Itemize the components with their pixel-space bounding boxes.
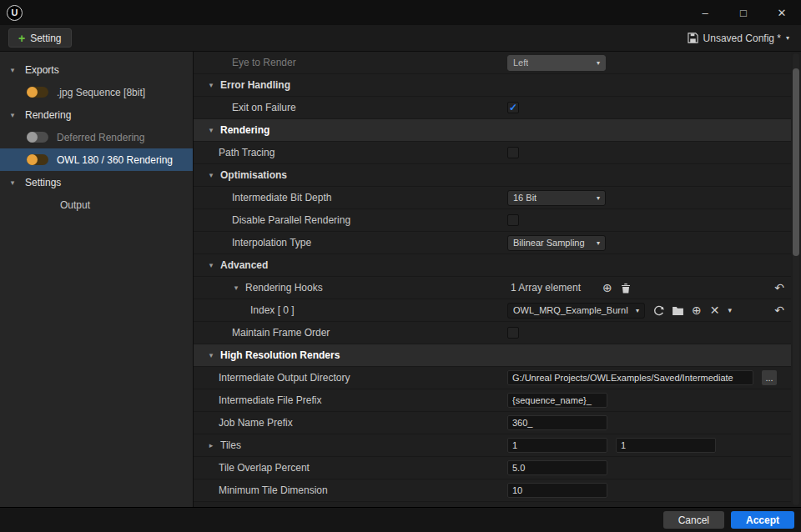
property-row-disable-parallel-rendering: Disable Parallel Rendering ✓: [194, 209, 791, 232]
sidebar-item-output[interactable]: Output: [0, 193, 193, 216]
property-label: Intermediate Bit Depth: [194, 192, 507, 203]
triangle-down-icon[interactable]: ▾: [207, 81, 215, 89]
property-label: ▸ Tiles: [194, 439, 507, 451]
chevron-down-icon: ▾: [597, 59, 600, 67]
reset-to-default-icon[interactable]: ↶: [774, 281, 784, 294]
triangle-down-icon[interactable]: ▾: [8, 66, 17, 74]
intermediate-bit-depth-dropdown[interactable]: 16 Bit ▾: [507, 190, 606, 206]
tiles-y-input[interactable]: [616, 438, 716, 453]
browse-to-asset-icon[interactable]: [673, 306, 683, 315]
add-setting-label: Setting: [30, 33, 61, 44]
category-row-high-resolution-renders[interactable]: ▾ High Resolution Renders: [194, 344, 791, 367]
dialog-footer: Cancel Accept: [0, 507, 801, 532]
property-label: Eye to Render: [194, 57, 507, 68]
scrollbar-thumb[interactable]: [793, 68, 799, 256]
app-window: U – □ ✕ + Setting Unsaved Config * ▾ ▾ E…: [0, 0, 801, 532]
use-selected-asset-icon[interactable]: [653, 305, 664, 316]
sidebar-group-settings[interactable]: ▾ Settings: [0, 171, 193, 193]
close-button[interactable]: ✕: [763, 0, 801, 25]
property-panel: Eye to Render Left ▾ ▾ Error Handling: [194, 52, 801, 507]
group-row-optimisations[interactable]: ▾ Optimisations: [194, 164, 791, 187]
interpolation-type-dropdown[interactable]: Bilinear Sampling ▾: [507, 235, 606, 251]
triangle-down-icon[interactable]: ▾: [232, 284, 240, 292]
browse-directory-button[interactable]: ...: [762, 370, 777, 385]
tiles-x-input[interactable]: [507, 438, 607, 453]
property-label: Disable Parallel Rendering: [194, 214, 507, 226]
property-label: Path Tracing: [194, 147, 507, 158]
property-row-maintain-frame-order: Maintain Frame Order ✓: [194, 322, 791, 344]
sidebar-item-jpg-sequence[interactable]: .jpg Sequence [8bit]: [0, 81, 193, 103]
group-label: ▾ Optimisations: [194, 169, 507, 181]
exit-on-failure-checkbox[interactable]: ✓: [507, 102, 519, 113]
property-row-intermediate-output-directory: Intermediate Output Directory ...: [194, 367, 791, 389]
maintain-frame-order-checkbox[interactable]: ✓: [507, 327, 519, 339]
property-row-path-tracing: Path Tracing ✓: [194, 142, 791, 164]
reset-to-default-icon[interactable]: ↶: [774, 304, 784, 317]
settings-sidebar: ▾ Exports .jpg Sequence [8bit] ▾ Renderi…: [0, 52, 194, 507]
property-label: ▾ Rendering Hooks: [194, 282, 507, 294]
minimize-button[interactable]: –: [686, 0, 724, 25]
sidebar-item-label: Output: [60, 199, 90, 211]
config-preset-button[interactable]: Unsaved Config * ▾: [688, 33, 793, 44]
property-row-intermediate-bit-depth: Intermediate Bit Depth 16 Bit ▾: [194, 187, 791, 209]
sidebar-group-rendering[interactable]: ▾ Rendering: [0, 103, 193, 126]
property-row-minimum-tile-dimension: Minimum Tile Dimension: [194, 479, 791, 502]
add-element-icon[interactable]: ⊕: [692, 304, 702, 316]
triangle-down-icon[interactable]: ▾: [207, 126, 215, 134]
group-label: ▾ Error Handling: [194, 79, 507, 91]
sidebar-group-label: Exports: [25, 64, 59, 76]
job-name-prefix-input[interactable]: [507, 415, 607, 430]
sidebar-group-label: Rendering: [25, 109, 71, 121]
property-row-eye-to-render: Eye to Render Left ▾: [194, 52, 791, 74]
intermediate-output-directory-input[interactable]: [507, 370, 753, 385]
sidebar-group-exports[interactable]: ▾ Exports: [0, 58, 193, 81]
unreal-logo-icon: U: [7, 5, 23, 21]
cancel-button[interactable]: Cancel: [663, 511, 724, 529]
vertical-scrollbar[interactable]: [793, 53, 799, 505]
sidebar-item-deferred-rendering[interactable]: Deferred Rendering: [0, 126, 193, 148]
category-label: ▾ High Resolution Renders: [194, 349, 507, 361]
property-row-interpolation-type: Interpolation Type Bilinear Sampling ▾: [194, 232, 791, 254]
owl-360-rendering-toggle[interactable]: [27, 154, 48, 165]
triangle-down-icon[interactable]: ▾: [8, 111, 17, 119]
element-options-chevron-icon[interactable]: ▾: [728, 307, 732, 314]
main-body: ▾ Exports .jpg Sequence [8bit] ▾ Renderi…: [0, 52, 801, 507]
tile-overlap-percent-input[interactable]: [507, 460, 607, 475]
disable-parallel-rendering-checkbox[interactable]: ✓: [507, 214, 519, 226]
deferred-rendering-toggle[interactable]: [27, 132, 48, 143]
eye-to-render-dropdown[interactable]: Left ▾: [507, 55, 606, 71]
accept-button[interactable]: Accept: [731, 511, 794, 529]
group-row-error-handling[interactable]: ▾ Error Handling: [194, 74, 791, 97]
maximize-button[interactable]: □: [724, 0, 763, 25]
add-array-element-icon[interactable]: ⊕: [602, 282, 612, 294]
triangle-down-icon[interactable]: ▾: [8, 178, 17, 187]
sidebar-group-label: Settings: [25, 177, 61, 188]
property-label: Job Name Prefix: [194, 417, 507, 429]
property-row-rendering-hooks: ▾ Rendering Hooks 1 Array element ⊕ ↶: [194, 277, 791, 299]
chevron-down-icon: ▾: [597, 194, 600, 202]
intermediate-file-prefix-input[interactable]: [507, 393, 607, 408]
triangle-down-icon[interactable]: ▾: [207, 171, 215, 179]
minimum-tile-dimension-input[interactable]: [507, 483, 607, 498]
triangle-down-icon[interactable]: ▾: [207, 351, 215, 359]
chevron-down-icon: ▾: [786, 34, 789, 42]
trash-icon[interactable]: [621, 283, 631, 294]
toolbar: + Setting Unsaved Config * ▾: [0, 25, 801, 52]
path-tracing-checkbox[interactable]: ✓: [507, 147, 519, 158]
jpg-sequence-toggle[interactable]: [27, 87, 48, 98]
property-label: Tile Overlap Percent: [194, 462, 507, 474]
group-row-advanced[interactable]: ▾ Advanced: [194, 254, 791, 277]
category-label: ▾ Rendering: [194, 124, 507, 136]
rendering-hook-asset-dropdown[interactable]: OWL_MRQ_Example_BurnInL ▾: [507, 303, 645, 319]
triangle-right-icon[interactable]: ▸: [207, 441, 215, 449]
sidebar-item-owl-360-rendering[interactable]: OWL 180 / 360 Rendering: [0, 148, 193, 171]
category-row-rendering[interactable]: ▾ Rendering: [194, 119, 791, 142]
clear-icon[interactable]: ✕: [710, 304, 720, 316]
plus-icon: +: [18, 33, 25, 44]
property-row-exit-on-failure: Exit on Failure ✓: [194, 97, 791, 119]
property-label: Intermediate File Prefix: [194, 394, 507, 406]
add-setting-button[interactable]: + Setting: [8, 28, 72, 48]
property-row-rendering-hooks-index-0: Index [ 0 ] OWL_MRQ_Example_BurnInL ▾ ⊕: [194, 299, 791, 322]
sidebar-item-label: Deferred Rendering: [57, 132, 144, 143]
triangle-down-icon[interactable]: ▾: [207, 261, 215, 269]
